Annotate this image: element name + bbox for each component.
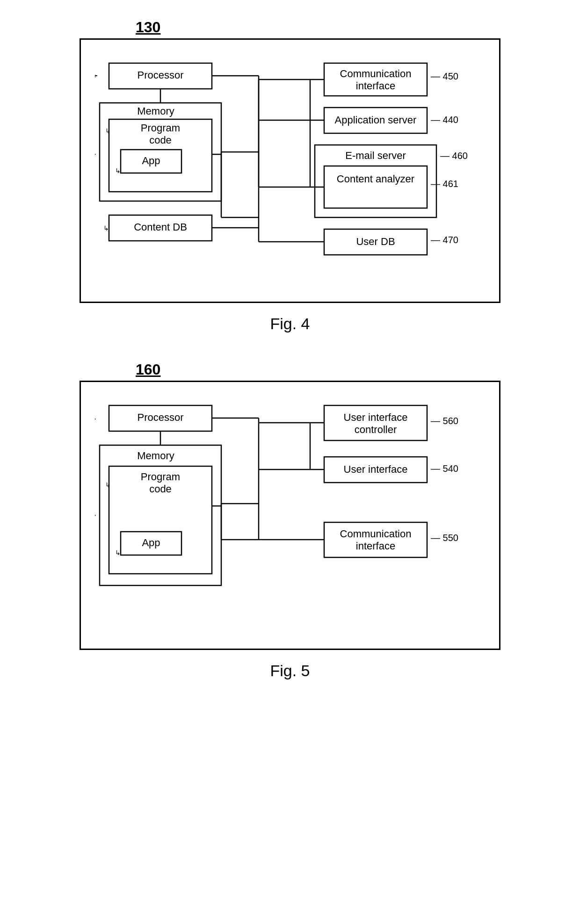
fig4-diagram: Processor Memory Program code App Conten… bbox=[95, 54, 488, 288]
svg-text:Program: Program bbox=[141, 122, 180, 134]
fig5-caption: Fig. 5 bbox=[270, 662, 310, 680]
svg-text:App: App bbox=[142, 537, 160, 549]
svg-text:Communication: Communication bbox=[340, 528, 412, 540]
svg-text:controller: controller bbox=[355, 424, 397, 435]
svg-text:— 460: — 460 bbox=[440, 151, 468, 161]
fig5-outer-box: Processor Memory Program code App User i… bbox=[80, 381, 500, 650]
svg-text:Program: Program bbox=[141, 471, 180, 483]
svg-text:Processor: Processor bbox=[137, 69, 183, 81]
svg-rect-18 bbox=[324, 166, 427, 208]
svg-text:Content DB: Content DB bbox=[134, 221, 187, 233]
svg-text:Application server: Application server bbox=[335, 114, 417, 126]
fig5-main-ref: 160 bbox=[136, 361, 160, 378]
svg-text:— 461: — 461 bbox=[431, 179, 458, 189]
svg-text:E-mail server: E-mail server bbox=[345, 150, 406, 161]
svg-text:— 450: — 450 bbox=[431, 71, 458, 81]
svg-text:↳: ↳ bbox=[95, 72, 97, 79]
svg-text:— 550: — 550 bbox=[431, 533, 458, 543]
svg-text:↳: ↳ bbox=[95, 511, 97, 518]
svg-text:— 440: — 440 bbox=[431, 115, 458, 125]
svg-text:↳: ↳ bbox=[95, 150, 97, 157]
svg-text:↳: ↳ bbox=[105, 127, 111, 135]
svg-text:— 540: — 540 bbox=[431, 463, 458, 474]
svg-text:App: App bbox=[142, 155, 160, 166]
svg-text:code: code bbox=[149, 134, 172, 146]
svg-text:↳: ↳ bbox=[95, 414, 97, 422]
svg-text:User DB: User DB bbox=[356, 236, 395, 247]
svg-text:interface: interface bbox=[356, 80, 395, 92]
svg-text:User interface: User interface bbox=[344, 411, 408, 423]
fig4-caption: Fig. 4 bbox=[270, 315, 310, 333]
svg-text:interface: interface bbox=[356, 540, 395, 552]
svg-text:— 560: — 560 bbox=[431, 416, 458, 426]
svg-text:Processor: Processor bbox=[137, 411, 183, 423]
fig5-diagram: Processor Memory Program code App User i… bbox=[95, 396, 488, 635]
fig4-outer-box: Processor Memory Program code App Conten… bbox=[80, 38, 500, 303]
svg-text:Memory: Memory bbox=[137, 105, 174, 117]
svg-text:Communication: Communication bbox=[340, 68, 412, 79]
svg-text:↳: ↳ bbox=[103, 224, 109, 232]
svg-text:Memory: Memory bbox=[137, 450, 174, 462]
svg-text:User interface: User interface bbox=[344, 463, 408, 475]
figure-4-container: 130 Processor Memory Program code App Co… bbox=[28, 19, 552, 333]
svg-text:code: code bbox=[149, 483, 172, 495]
fig4-main-ref: 130 bbox=[136, 19, 160, 36]
svg-text:— 470: — 470 bbox=[431, 235, 458, 245]
svg-text:↳: ↳ bbox=[115, 549, 121, 556]
svg-text:Content analyzer: Content analyzer bbox=[337, 173, 414, 185]
svg-text:↳: ↳ bbox=[115, 167, 121, 174]
svg-text:↳: ↳ bbox=[105, 481, 111, 489]
figure-5-container: 160 Processor Memory Program code App Us… bbox=[28, 361, 552, 680]
